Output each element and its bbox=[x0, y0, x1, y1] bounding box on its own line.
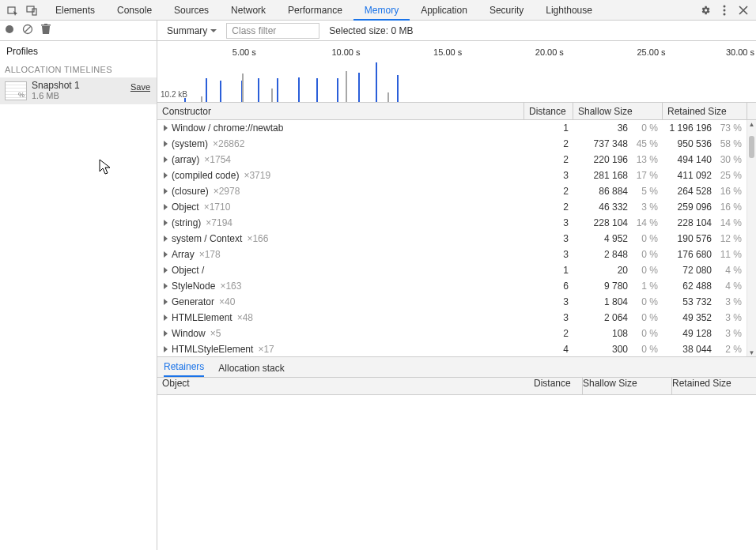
distance-val: 3 bbox=[529, 217, 569, 228]
timeline-tick: 10.00 s bbox=[331, 47, 360, 57]
allocation-timeline[interactable]: 5.00 s10.00 s15.00 s20.00 s25.00 s30.00 … bbox=[157, 41, 756, 103]
record-icon[interactable] bbox=[5, 24, 14, 36]
more-icon[interactable] bbox=[716, 2, 732, 18]
shallow-val: 228 104 bbox=[577, 217, 628, 228]
expand-icon[interactable] bbox=[164, 125, 168, 131]
retained-pct: 3 % bbox=[715, 328, 742, 339]
snapshot-item[interactable]: Snapshot 1 1.6 MB Save bbox=[0, 77, 157, 104]
tab-memory[interactable]: Memory bbox=[353, 0, 410, 21]
retained-pct: 11 % bbox=[715, 249, 742, 260]
distance-val: 4 bbox=[529, 344, 569, 355]
header-distance[interactable]: Distance bbox=[524, 103, 573, 119]
header-object[interactable]: Object bbox=[157, 378, 534, 394]
scroll-up-icon[interactable]: ▲ bbox=[747, 120, 756, 128]
expand-icon[interactable] bbox=[164, 267, 168, 273]
tab-console[interactable]: Console bbox=[106, 0, 163, 21]
device-toggle-icon[interactable] bbox=[24, 2, 40, 18]
table-row[interactable]: Window×521080 %49 1283 % bbox=[157, 326, 747, 341]
timeline-tick: 15.00 s bbox=[433, 47, 462, 57]
tab-security[interactable]: Security bbox=[478, 0, 535, 21]
table-row[interactable]: (array)×17542220 19613 %494 14030 % bbox=[157, 152, 747, 168]
scroll-thumb[interactable] bbox=[749, 136, 754, 158]
tab-lighthouse[interactable]: Lighthouse bbox=[535, 0, 603, 21]
shallow-pct: 13 % bbox=[631, 154, 658, 165]
settings-icon[interactable] bbox=[697, 2, 713, 18]
svg-point-4 bbox=[724, 9, 726, 11]
close-icon[interactable] bbox=[735, 2, 751, 18]
class-filter-input[interactable]: Class filter bbox=[226, 23, 319, 39]
expand-icon[interactable] bbox=[164, 188, 168, 194]
timeline-bar bbox=[242, 73, 244, 102]
shallow-val: 2 848 bbox=[577, 249, 628, 260]
header-distance-2[interactable]: Distance bbox=[534, 378, 583, 394]
timeline-bar bbox=[387, 92, 389, 103]
clear-icon[interactable] bbox=[22, 24, 33, 37]
distance-val: 3 bbox=[529, 296, 569, 307]
constructor-name: HTMLStyleElement bbox=[172, 344, 253, 355]
table-row[interactable]: Array×17832 8480 %176 68011 % bbox=[157, 247, 747, 262]
table-row[interactable]: StyleNode×16369 7801 %62 4884 % bbox=[157, 278, 747, 294]
constructor-name: system / Context bbox=[172, 233, 242, 244]
constructor-count: ×26862 bbox=[213, 138, 244, 149]
table-row[interactable]: Generator×4031 8040 %53 7323 % bbox=[157, 294, 747, 310]
expand-icon[interactable] bbox=[164, 156, 168, 163]
cursor-icon bbox=[99, 159, 113, 176]
shallow-pct: 0 % bbox=[631, 328, 658, 339]
tab-sources[interactable]: Sources bbox=[163, 0, 220, 21]
detail-tab-allocation-stack[interactable]: Allocation stack bbox=[218, 363, 284, 377]
scroll-down-icon[interactable]: ▼ bbox=[747, 348, 756, 356]
shallow-val: 737 348 bbox=[577, 138, 628, 149]
shallow-pct: 0 % bbox=[631, 296, 658, 307]
retained-val: 38 044 bbox=[666, 344, 712, 355]
retained-val: 176 680 bbox=[666, 249, 712, 260]
save-link[interactable]: Save bbox=[130, 82, 150, 92]
header-retained-size[interactable]: Retained Size bbox=[663, 103, 747, 119]
tab-network[interactable]: Network bbox=[220, 0, 277, 21]
expand-icon[interactable] bbox=[164, 220, 168, 226]
retained-pct: 16 % bbox=[715, 202, 742, 213]
shallow-val: 281 168 bbox=[577, 170, 628, 181]
shallow-pct: 0 % bbox=[631, 344, 658, 355]
header-shallow-2[interactable]: Shallow Size bbox=[583, 378, 672, 394]
table-row[interactable]: (string)×71943228 10414 %228 10414 % bbox=[157, 215, 747, 231]
snapshot-name: Snapshot 1 bbox=[32, 81, 80, 91]
table-row[interactable]: system / Context×16634 9520 %190 57612 % bbox=[157, 231, 747, 247]
retained-val: 49 352 bbox=[666, 312, 712, 323]
tab-elements[interactable]: Elements bbox=[44, 0, 106, 21]
perspective-select[interactable]: Summary bbox=[162, 23, 221, 39]
header-retained-2[interactable]: Retained Size bbox=[672, 378, 756, 394]
table-row[interactable]: Object×1710246 3323 %259 09616 % bbox=[157, 199, 747, 215]
expand-icon[interactable] bbox=[164, 251, 168, 258]
table-row[interactable]: (closure)×2978286 8845 %264 52816 % bbox=[157, 183, 747, 199]
expand-icon[interactable] bbox=[164, 315, 168, 321]
expand-icon[interactable] bbox=[164, 299, 168, 305]
timeline-bar bbox=[220, 81, 221, 103]
expand-icon[interactable] bbox=[164, 346, 168, 352]
inspect-icon[interactable] bbox=[5, 2, 21, 18]
profiles-heading: Profiles bbox=[0, 41, 157, 60]
timeline-bar bbox=[277, 78, 278, 102]
expand-icon[interactable] bbox=[164, 141, 168, 147]
expand-icon[interactable] bbox=[164, 172, 168, 179]
timeline-bar bbox=[337, 78, 338, 102]
detail-tab-retainers[interactable]: Retainers bbox=[164, 361, 204, 377]
header-constructor[interactable]: Constructor bbox=[157, 103, 524, 119]
table-row[interactable]: (compiled code)×37193281 16817 %411 0922… bbox=[157, 168, 747, 183]
header-shallow-size[interactable]: Shallow Size bbox=[573, 103, 663, 119]
table-row[interactable]: Window / chrome://newtab1360 %1 196 1967… bbox=[157, 120, 747, 136]
shallow-val: 2 064 bbox=[577, 312, 628, 323]
delete-icon[interactable] bbox=[41, 24, 51, 37]
allocation-timelines-heading: ALLOCATION TIMELINES bbox=[0, 60, 157, 77]
expand-icon[interactable] bbox=[164, 330, 168, 337]
expand-icon[interactable] bbox=[164, 283, 168, 289]
tab-performance[interactable]: Performance bbox=[277, 0, 353, 21]
table-row[interactable]: HTMLElement×4832 0640 %49 3523 % bbox=[157, 310, 747, 326]
scrollbar[interactable]: ▲ ▼ bbox=[747, 120, 756, 356]
retained-pct: 73 % bbox=[715, 122, 742, 134]
table-row[interactable]: Object /1200 %72 0804 % bbox=[157, 262, 747, 278]
expand-icon[interactable] bbox=[164, 235, 168, 242]
expand-icon[interactable] bbox=[164, 204, 168, 210]
table-row[interactable]: (system)×268622737 34845 %950 53658 % bbox=[157, 136, 747, 152]
table-row[interactable]: HTMLStyleElement×1743000 %38 0442 % bbox=[157, 341, 747, 357]
tab-application[interactable]: Application bbox=[410, 0, 478, 21]
